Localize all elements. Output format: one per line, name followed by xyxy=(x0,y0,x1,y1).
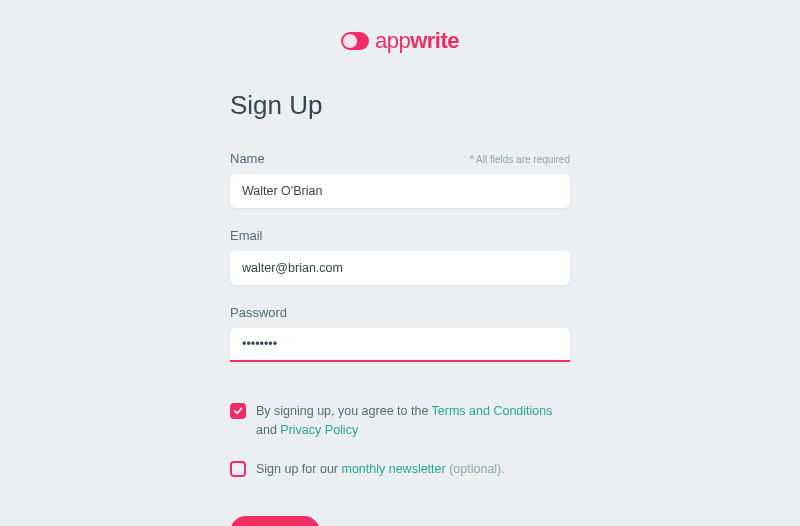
terms-and: and xyxy=(256,423,280,437)
brand-logo: appwrite xyxy=(341,28,459,54)
signup-button[interactable]: Sign Up xyxy=(230,516,320,526)
name-input[interactable] xyxy=(230,174,570,208)
signup-form: Sign Up Name * All fields are required E… xyxy=(230,62,570,526)
email-label-row: Email xyxy=(230,228,570,243)
privacy-link[interactable]: Privacy Policy xyxy=(280,423,358,437)
terms-checkbox[interactable] xyxy=(230,403,246,419)
name-label: Name xyxy=(230,151,265,166)
password-label-row: Password xyxy=(230,305,570,320)
check-icon xyxy=(233,406,243,416)
newsletter-prefix: Sign up for our xyxy=(256,462,341,476)
logo-icon xyxy=(341,32,369,50)
page-title: Sign Up xyxy=(230,90,570,121)
terms-consent-row: By signing up, you agree to the Terms an… xyxy=(230,402,570,440)
logo-text-part2: write xyxy=(410,28,459,53)
email-label: Email xyxy=(230,228,263,243)
required-note: * All fields are required xyxy=(470,154,570,165)
password-label: Password xyxy=(230,305,287,320)
logo-text-part1: app xyxy=(375,28,410,53)
logo-text: appwrite xyxy=(375,28,459,54)
password-input[interactable] xyxy=(230,328,570,362)
header: appwrite xyxy=(0,0,800,62)
email-input[interactable] xyxy=(230,251,570,285)
newsletter-suffix: (optional). xyxy=(446,462,505,476)
terms-link[interactable]: Terms and Conditions xyxy=(432,404,553,418)
newsletter-checkbox[interactable] xyxy=(230,461,246,477)
newsletter-row: Sign up for our monthly newsletter (opti… xyxy=(230,460,570,479)
terms-prefix: By signing up, you agree to the xyxy=(256,404,432,418)
name-label-row: Name * All fields are required xyxy=(230,151,570,166)
terms-text: By signing up, you agree to the Terms an… xyxy=(256,402,570,440)
newsletter-link[interactable]: monthly newsletter xyxy=(341,462,445,476)
newsletter-text: Sign up for our monthly newsletter (opti… xyxy=(256,460,505,479)
